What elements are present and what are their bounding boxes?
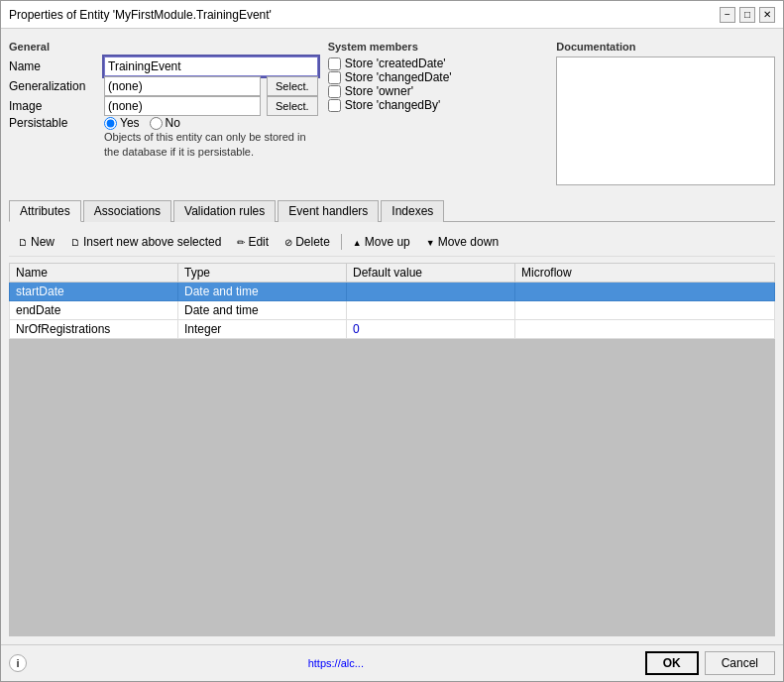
cell-default-0 <box>347 283 515 301</box>
label-changedDate: Store 'changedDate' <box>345 70 452 84</box>
edit-button[interactable]: Edit <box>230 232 276 252</box>
name-input[interactable] <box>104 57 318 76</box>
attributes-table-area: Name Type Default value Microflow startD… <box>9 263 775 636</box>
system-member-0: Store 'createdDate' <box>328 57 547 70</box>
persistable-radio-group: Yes No <box>104 116 180 130</box>
image-select-button[interactable]: Select. <box>267 96 318 116</box>
move-down-button[interactable]: Move down <box>419 232 505 252</box>
footer: i https://alc... OK Cancel <box>1 644 783 681</box>
generalization-select-button[interactable]: Select. <box>267 76 318 96</box>
footer-link[interactable]: https://alc... <box>308 657 364 669</box>
no-label: No <box>166 116 180 130</box>
general-label: General <box>9 41 318 53</box>
delete-icon <box>284 235 292 249</box>
insert-label: Insert new above selected <box>83 235 221 249</box>
generalization-input[interactable] <box>104 76 261 96</box>
edit-label: Edit <box>248 235 269 249</box>
new-label: New <box>31 235 55 249</box>
new-icon <box>18 235 28 249</box>
cell-default-2: 0 <box>347 320 515 339</box>
system-member-1: Store 'changedDate' <box>328 70 547 84</box>
window-title: Properties of Entity 'MyFirstModule.Trai… <box>9 8 272 22</box>
cell-microflow-2 <box>515 320 775 339</box>
col-microflow: Microflow <box>515 264 775 283</box>
footer-center: https://alc... <box>308 657 364 669</box>
tab-indexes[interactable]: Indexes <box>381 200 444 222</box>
move-down-label: Move down <box>438 235 499 249</box>
main-window: Properties of Entity 'MyFirstModule.Trai… <box>0 0 784 682</box>
cancel-button[interactable]: Cancel <box>705 651 775 675</box>
checkbox-createdDate[interactable] <box>328 57 341 70</box>
name-row: Name <box>9 57 318 76</box>
main-content: General Name Generalization Select. Imag… <box>1 29 783 644</box>
generalization-row: Generalization Select. <box>9 76 318 96</box>
table-row[interactable]: NrOfRegistrations Integer 0 <box>10 320 775 339</box>
move-down-icon <box>426 235 435 249</box>
cell-default-1 <box>347 301 515 320</box>
cell-type-2: Integer <box>178 320 347 339</box>
cell-type-1: Date and time <box>178 301 347 320</box>
title-bar: Properties of Entity 'MyFirstModule.Trai… <box>1 1 783 29</box>
generalization-label: Generalization <box>9 79 98 93</box>
label-changedBy: Store 'changedBy' <box>345 98 441 112</box>
checkbox-changedDate[interactable] <box>328 71 341 84</box>
maximize-button[interactable]: □ <box>739 7 755 23</box>
footer-left: i <box>9 654 27 672</box>
info-icon[interactable]: i <box>9 654 27 672</box>
minimize-button[interactable]: − <box>720 7 735 23</box>
tab-associations[interactable]: Associations <box>83 200 171 222</box>
yes-radio[interactable] <box>104 117 117 130</box>
image-input[interactable] <box>104 96 261 116</box>
table-row[interactable]: startDate Date and time <box>10 283 775 301</box>
checkbox-owner[interactable] <box>328 85 341 98</box>
window-controls: − □ ✕ <box>720 7 775 23</box>
edit-icon <box>237 235 245 249</box>
cell-microflow-1 <box>515 301 775 320</box>
move-up-label: Move up <box>365 235 410 249</box>
delete-label: Delete <box>295 235 330 249</box>
cell-name-2: NrOfRegistrations <box>10 320 178 339</box>
system-member-2: Store 'owner' <box>328 84 547 98</box>
tab-attributes[interactable]: Attributes <box>9 200 81 222</box>
label-createdDate: Store 'createdDate' <box>345 57 446 70</box>
yes-radio-label[interactable]: Yes <box>104 116 140 130</box>
close-button[interactable]: ✕ <box>759 7 775 23</box>
insert-button[interactable]: Insert new above selected <box>63 232 228 252</box>
tabs-bar: Attributes Associations Validation rules… <box>9 199 775 222</box>
no-radio[interactable] <box>150 117 163 130</box>
cell-name-0: startDate <box>10 283 178 301</box>
documentation-area <box>556 57 775 185</box>
insert-icon <box>70 235 80 249</box>
move-up-icon <box>353 235 362 249</box>
cell-type-0: Date and time <box>178 283 347 301</box>
col-type: Type <box>178 264 347 283</box>
yes-label: Yes <box>120 116 140 130</box>
documentation-label: Documentation <box>556 41 775 53</box>
persistable-row: Persistable Yes No <box>9 116 318 130</box>
persistable-label: Persistable <box>9 116 98 130</box>
persistable-note: Objects of this entity can only be store… <box>104 130 318 161</box>
footer-right: OK Cancel <box>645 651 775 675</box>
tab-event-handlers[interactable]: Event handlers <box>278 200 379 222</box>
documentation-textarea[interactable] <box>556 57 775 185</box>
cell-name-1: endDate <box>10 301 178 320</box>
ok-button[interactable]: OK <box>645 651 699 675</box>
cell-microflow-0 <box>515 283 775 301</box>
general-section: General Name Generalization Select. Imag… <box>9 41 318 185</box>
separator <box>341 234 342 250</box>
delete-button[interactable]: Delete <box>278 232 337 252</box>
new-button[interactable]: New <box>11 232 61 252</box>
no-radio-label[interactable]: No <box>150 116 180 130</box>
label-owner: Store 'owner' <box>345 84 413 98</box>
system-members-label: System members <box>328 41 547 53</box>
table-row[interactable]: endDate Date and time <box>10 301 775 320</box>
default-value-link[interactable]: 0 <box>353 322 360 336</box>
col-name: Name <box>10 264 178 283</box>
checkbox-changedBy[interactable] <box>328 99 341 112</box>
col-default: Default value <box>347 264 515 283</box>
top-section: General Name Generalization Select. Imag… <box>9 37 775 189</box>
image-row: Image Select. <box>9 96 318 116</box>
system-members-section: System members Store 'createdDate' Store… <box>328 41 547 185</box>
move-up-button[interactable]: Move up <box>346 232 417 252</box>
tab-validation-rules[interactable]: Validation rules <box>173 200 276 222</box>
